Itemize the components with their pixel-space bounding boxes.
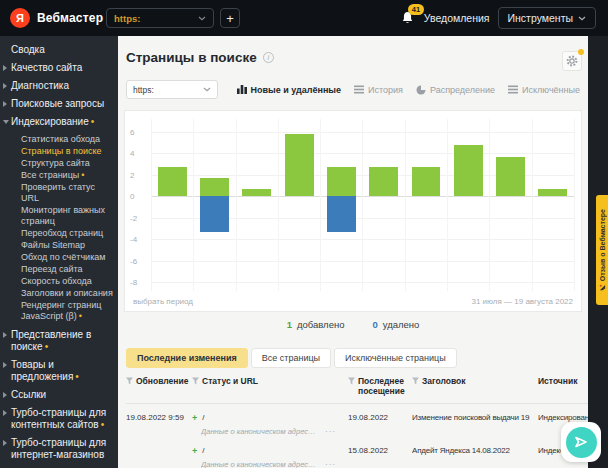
sidebar-subitem-0[interactable]: Статистика обхода [0, 134, 118, 145]
chart-bar-slot-2[interactable] [236, 119, 278, 291]
sidebar-subitem-12[interactable]: Рендеринг страниц JavaScript (β)• [0, 300, 118, 322]
view-tab-label: Новые и удалённые [251, 85, 342, 95]
filter-icon[interactable] [126, 377, 133, 385]
notifications-label[interactable]: Уведомления [424, 12, 490, 24]
sidebar-subitem-9[interactable]: Переезд сайта [0, 264, 118, 275]
page-url-link[interactable]: / [202, 413, 204, 423]
sidebar-subitem-2[interactable]: Структура сайта [0, 158, 118, 169]
table-row-0: 19.08.2022 9:59+/Данные о каноническом а… [126, 404, 588, 437]
new-indicator-dot: • [91, 116, 95, 127]
sidebar-bottom-item-2[interactable]: Ссылки [0, 389, 118, 401]
brand-label: Вебмастер [37, 11, 103, 25]
view-tab-1[interactable]: История [354, 85, 403, 95]
gear-icon [565, 54, 579, 68]
topbar: Я Вебмастер https: + 41 Уведомления Инст… [0, 0, 608, 36]
sidebar-item-label: Качество сайта [11, 62, 82, 73]
bar-added [454, 145, 483, 197]
chevron-collapsed-icon [3, 392, 7, 398]
last-visit-cell: 15.08.2022 [348, 446, 404, 468]
sidebar-item-4[interactable]: Индексирование• [0, 116, 118, 128]
y-axis-tick-label: 2 [130, 171, 134, 180]
period-selector-link[interactable]: выбрать период [133, 297, 193, 306]
chart-bar-slot-4[interactable] [320, 119, 362, 291]
sidebar-subitem-label: Скорость обхода [21, 276, 92, 286]
sidebar-item-1[interactable]: Качество сайта [0, 62, 118, 74]
chat-widget-button[interactable] [566, 427, 597, 458]
filter-icon[interactable] [348, 377, 355, 385]
site-filter-select[interactable]: https: [126, 80, 218, 99]
yandex-webmaster-logo[interactable]: Я Вебмастер [0, 8, 104, 28]
table-header-row: ОбновлениеСтатус и URLПоследнее посещени… [126, 376, 588, 404]
table-tabs: Последние измененияВсе страницыИсключённ… [126, 348, 457, 368]
notifications-bell[interactable]: 41 [400, 10, 416, 26]
more-button[interactable]: ··· [325, 460, 336, 468]
filter-icon[interactable] [412, 377, 419, 385]
view-tab-0[interactable]: Новые и удалённые [237, 85, 342, 95]
chart-bar-slot-0[interactable] [151, 119, 193, 291]
chevron-collapsed-icon [3, 332, 7, 338]
sidebar-bottom-item-1[interactable]: Товары и предложения• [0, 359, 118, 383]
bar-chart-icon [237, 85, 247, 94]
sidebar-subitem-1[interactable]: Страницы в поиске [0, 146, 118, 157]
sidebar-subitem-label: Переобход страниц [21, 228, 103, 238]
legend-removed-label: удалено [383, 319, 420, 330]
sidebar-subitem-label: Все страницы [21, 170, 79, 180]
feedback-tab-label: Отзыв о Вебмастере [599, 209, 606, 281]
bar-removed [327, 196, 356, 232]
status-line: +/ [192, 446, 340, 456]
sidebar-bottom-item-4[interactable]: Турбо-страницы для интернет-магазинов [0, 437, 118, 461]
view-tab-label: История [368, 85, 403, 95]
sidebar-item-3[interactable]: Поисковые запросы [0, 98, 118, 110]
chart-bar-slot-5[interactable] [362, 119, 404, 291]
chat-widget [561, 422, 601, 462]
new-indicator-dot: • [79, 311, 82, 321]
more-button[interactable]: ··· [325, 427, 336, 437]
bar-added [242, 189, 271, 197]
status-added-icon: + [192, 446, 197, 456]
sidebar-item-0[interactable]: Сводка [0, 44, 118, 56]
list-icon [508, 85, 518, 94]
chart-bar-slot-9[interactable] [532, 119, 575, 291]
table-tab-2[interactable]: Исключённые страницы [334, 348, 457, 368]
chart-bar-slot-3[interactable] [278, 119, 320, 291]
view-tab-3[interactable]: Исключённые [508, 85, 580, 95]
info-icon[interactable]: i [263, 52, 274, 63]
sidebar-bottom-item-0[interactable]: Представление в поиске• [0, 329, 118, 353]
sidebar-subitem-4[interactable]: Проверить статус URL [0, 182, 118, 204]
sidebar-subitem-11[interactable]: Заголовки и описания [0, 288, 118, 299]
pie-chart-icon [416, 85, 426, 95]
sidebar-subitem-6[interactable]: Переобход страниц [0, 228, 118, 239]
pages-table: ОбновлениеСтатус и URLПоследнее посещени… [126, 376, 588, 468]
chevron-collapsed-icon [3, 83, 7, 89]
add-site-button[interactable]: + [220, 8, 240, 28]
view-tab-2[interactable]: Распределение [416, 85, 495, 95]
sidebar-subitem-8[interactable]: Обход по счётчикам [0, 252, 118, 263]
chart-bar-slot-7[interactable] [447, 119, 489, 291]
table-tab-1[interactable]: Все страницы [251, 348, 331, 368]
main-content: Страницы в поиске i https: Новые и удалё… [118, 36, 588, 468]
filter-icon[interactable] [192, 377, 199, 385]
chart-bar-slot-1[interactable] [193, 119, 235, 291]
sidebar-subitem-5[interactable]: Мониторинг важных страниц [0, 205, 118, 227]
sidebar-subitem-3[interactable]: Все страницы• [0, 170, 118, 181]
table-tab-0[interactable]: Последние изменения [126, 348, 248, 368]
sidebar-bottom-item-3[interactable]: Турбо-страницы для контентных сайтов• [0, 407, 118, 431]
legend-added-label: добавлено [297, 319, 345, 330]
chart-bar-slot-8[interactable] [489, 119, 531, 291]
settings-gear-button[interactable] [562, 51, 582, 71]
page-url-link[interactable]: / [202, 446, 204, 456]
tools-button[interactable]: Инструменты [498, 7, 596, 29]
sidebar-subitem-label: Структура сайта [21, 158, 90, 168]
last-visit-cell: 19.08.2022 [348, 413, 404, 437]
feedback-tab[interactable]: Отзыв о Вебмастере [596, 195, 608, 305]
note-line: Данные о каноническом адресе обрабатыва.… [192, 460, 340, 468]
chevron-collapsed-icon [3, 440, 7, 446]
sidebar-subitem-7[interactable]: Файлы Sitemap [0, 240, 118, 251]
chart-bars [151, 119, 575, 291]
site-selector[interactable]: https: [106, 8, 214, 28]
sidebar-item-2[interactable]: Диагностика [0, 80, 118, 92]
chart-bar-slot-6[interactable] [405, 119, 447, 291]
y-axis-tick-label: -4 [130, 235, 137, 244]
bar-added [327, 167, 356, 196]
sidebar-subitem-10[interactable]: Скорость обхода [0, 276, 118, 287]
